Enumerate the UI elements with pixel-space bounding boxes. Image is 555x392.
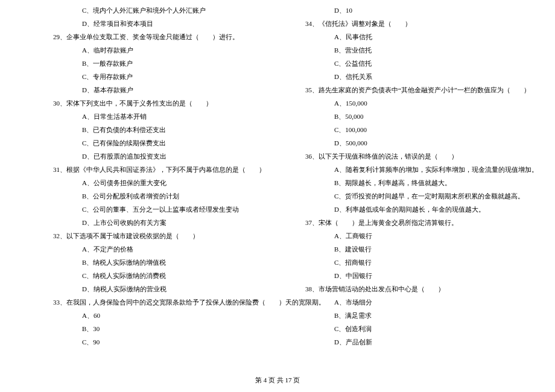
page-footer: 第 4 页 共 17 页	[0, 376, 555, 385]
option-text: A、日常生活基本开销	[68, 110, 265, 123]
option-text: B、建设银行	[320, 242, 531, 256]
option-text: C、纳税人实际缴纳的消费税	[68, 269, 265, 282]
option-text: D、经常项目和资本项目	[68, 17, 265, 30]
left-column: C、境内个人外汇账户和境外个人外汇账户 D、经常项目和资本项目 29、企事业单位…	[0, 4, 278, 365]
option-text: B、50,000	[320, 110, 531, 123]
option-text: A、工商银行	[320, 229, 531, 242]
question-29: 29、企事业单位支取工资、奖金等现金只能通过（ ）进行。	[53, 30, 265, 43]
option-text: C、境内个人外汇账户和境外个人外汇账户	[68, 4, 265, 17]
option-text: C、100,000	[320, 123, 531, 136]
question-38: 38、市场营销活动的处出发点和中心是（ ）	[305, 282, 531, 296]
option-text: C、招商银行	[320, 256, 531, 269]
option-text: B、30	[68, 322, 265, 335]
content-columns: C、境内个人外汇账户和境外个人外汇账户 D、经常项目和资本项目 29、企事业单位…	[0, 4, 555, 365]
option-text: D、中国银行	[320, 269, 531, 282]
option-text: C、90	[68, 335, 265, 349]
option-text: B、满足需求	[320, 309, 531, 322]
option-text: B、期限越长，利率越高，终值就越大。	[320, 176, 531, 189]
option-text: D、500,000	[320, 136, 531, 150]
option-text: B、纳税人实际缴纳的增值税	[68, 256, 265, 269]
option-text: D、利率越低或年金的期间越长，年金的现值越大。	[320, 203, 531, 216]
question-32: 32、以下选项不属于城市建设税依据的是（ ）	[53, 229, 265, 242]
option-text: B、一般存款账户	[68, 57, 265, 70]
question-34: 34、《信托法》调整对象是（ ）	[305, 17, 531, 30]
option-text: B、公司分配股利或者增资的计划	[68, 189, 265, 203]
option-text: C、创造利润	[320, 322, 531, 335]
question-33: 33、在我国，人身保险合同中的迟交宽限条款给予了投保人缴的保险费（ ）天的宽限期…	[53, 296, 265, 309]
option-text: A、不定产的价格	[68, 242, 265, 256]
option-text: B、营业信托	[320, 43, 531, 57]
option-text: D、纳税人实际缴纳的营业税	[68, 282, 265, 296]
option-text: D、已有股票的追加投资支出	[68, 150, 265, 163]
option-text: A、150,000	[320, 96, 531, 110]
option-text: D、产品创新	[320, 335, 531, 349]
option-text: D、基本存款账户	[68, 83, 265, 96]
option-text: D、10	[320, 4, 531, 17]
question-30: 30、宋体下列支出中，不属于义务性支出的是（ ）	[53, 96, 265, 110]
option-text: A、市场细分	[320, 296, 531, 309]
option-text: C、已有保险的续期保费支出	[68, 136, 265, 150]
option-text: C、货币投资的时间越早，在一定时期期末所积累的金额就越高。	[320, 189, 531, 203]
option-text: C、公司的董事、五分之一以上监事或者经理发生变动	[68, 203, 265, 216]
option-text: D、信托关系	[320, 70, 531, 83]
option-text: A、民事信托	[320, 30, 531, 43]
right-column: D、10 34、《信托法》调整对象是（ ） A、民事信托 B、营业信托 C、公益…	[278, 4, 555, 365]
option-text: B、已有负债的本利偿还支出	[68, 123, 265, 136]
question-31: 31、根据《中华人民共和国证券法》，下列不属于内幕信息的是（ ）	[53, 163, 265, 176]
option-text: A、60	[68, 309, 265, 322]
question-35: 35、路先生家庭的资产负债表中“其他金融资产小计”一栏的数值应为（ ）	[305, 83, 531, 96]
question-37: 37、宋体（ ）是上海黄金交易所指定清算银行。	[305, 216, 531, 229]
option-text: A、随着复利计算频率的增加，实际利率增加，现金流量的现值增加。	[320, 163, 531, 176]
option-text: C、公益信托	[320, 57, 531, 70]
option-text: C、专用存款账户	[68, 70, 265, 83]
option-text: A、临时存款账户	[68, 43, 265, 57]
question-36: 36、以下关于现值和终值的说法，错误的是（ ）	[305, 150, 531, 163]
option-text: A、公司债务担保的重大变化	[68, 176, 265, 189]
option-text: D、上市公司收购的有关方案	[68, 216, 265, 229]
